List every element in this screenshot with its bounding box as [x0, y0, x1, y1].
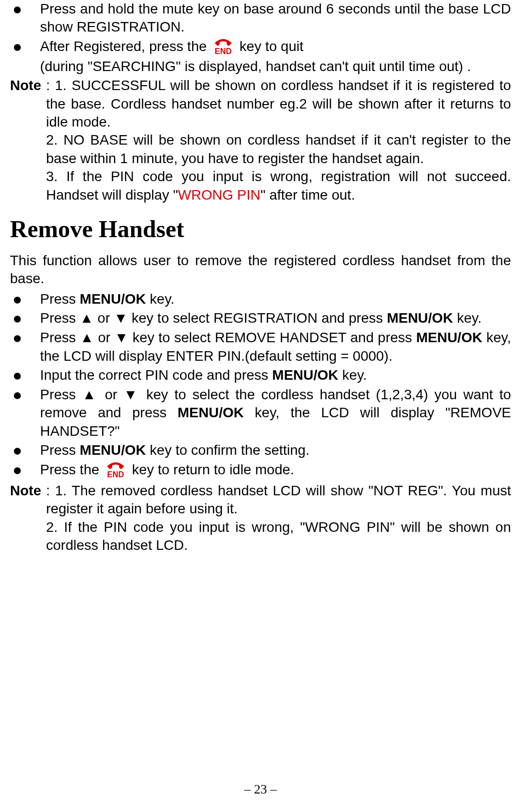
bullet-icon: ●	[10, 386, 40, 404]
note-text: : 1. The removed cordless handset LCD wi…	[46, 482, 511, 518]
top-bullet-item: ● After Registered, press the END key to…	[10, 38, 511, 76]
note-label: Note	[10, 77, 46, 131]
instruction-list-remove: ● Press MENU/OK key.● Press ▲ or ▼ key t…	[10, 290, 511, 481]
page-number: – 23 –	[0, 782, 521, 797]
bullet-icon: ●	[10, 290, 40, 309]
note2-row: 2. If the PIN code you input is wrong, "…	[10, 518, 511, 555]
body-text: Press	[40, 291, 80, 307]
body-text: Press and hold the mute key on base arou…	[40, 1, 511, 35]
svg-text:END: END	[215, 47, 232, 56]
body-text: key.	[338, 367, 367, 383]
remove-bullet-item: ● Press ▲ or ▼ key to select REMOVE HAND…	[10, 329, 511, 365]
key-label: MENU/OK	[387, 310, 453, 326]
bullet-icon: ●	[10, 0, 40, 19]
top-bullet-item: ● Press and hold the mute key on base ar…	[10, 0, 511, 37]
end-key-icon: END	[211, 36, 236, 56]
bullet-icon: ●	[10, 38, 40, 56]
body-text: Input the correct PIN code and press	[40, 367, 272, 383]
body-text: key to confirm the setting.	[146, 442, 310, 458]
body-text: key.	[146, 291, 175, 307]
remove-bullet-item: ● Input the correct PIN code and press M…	[10, 366, 511, 385]
body-text: Press ▲ or ▼ key to select REGISTRATION …	[40, 310, 387, 326]
bullet-text: Press ▲ or ▼ key to select the cordless …	[40, 386, 511, 440]
error-text: WRONG PIN	[178, 187, 261, 203]
remove-bullet-item: ● Press MENU/OK key to confirm the setti…	[10, 441, 511, 460]
body-text: Press ▲ or ▼ key to select REMOVE HANDSE…	[40, 330, 416, 345]
instruction-list-top: ● Press and hold the mute key on base ar…	[10, 0, 511, 76]
bullet-icon: ●	[10, 366, 40, 385]
note-block-2: Note : 1. The removed cordless handset L…	[10, 482, 511, 555]
body-text: (during "SEARCHING" is displayed, handse…	[40, 59, 471, 74]
remove-bullet-item: ● Press ▲ or ▼ key to select the cordles…	[10, 386, 511, 440]
key-label: MENU/OK	[416, 330, 482, 345]
note1-row: 3. If the PIN code you input is wrong, r…	[10, 168, 511, 204]
remove-bullet-item: ● Press MENU/OK key.	[10, 290, 511, 309]
body-text: 2. If the PIN code you input is wrong, "…	[46, 519, 511, 553]
body-text: Press	[40, 442, 80, 458]
bullet-text: Press MENU/OK key to confirm the setting…	[40, 441, 511, 459]
key-label: MENU/OK	[80, 291, 146, 307]
section-heading: Remove Handset	[10, 215, 511, 243]
bullet-text: Press ▲ or ▼ key to select REMOVE HANDSE…	[40, 329, 511, 365]
note-label: Note	[10, 482, 46, 518]
bullet-text: Press the END key to return to idle mode…	[40, 461, 511, 481]
key-label: MENU/OK	[80, 442, 146, 458]
body-text: 2. NO BASE will be shown on cordless han…	[46, 132, 511, 166]
key-label: MENU/OK	[272, 367, 338, 383]
body-text: : 1. SUCCESSFUL will be shown on cordles…	[46, 78, 511, 130]
body-text: " after time out.	[261, 187, 355, 203]
bullet-icon: ●	[10, 309, 40, 328]
bullet-icon: ●	[10, 461, 40, 479]
bullet-text: Press MENU/OK key.	[40, 290, 511, 308]
bullet-text: After Registered, press the END key to q…	[40, 38, 511, 76]
body-text: Press the	[40, 462, 103, 477]
body-text: : 1. The removed cordless handset LCD wi…	[46, 483, 511, 516]
remove-bullet-item: ● Press ▲ or ▼ key to select REGISTRATIO…	[10, 309, 511, 328]
bullet-icon: ●	[10, 329, 40, 347]
body-text: key.	[453, 310, 481, 326]
body-text: key to quit	[236, 39, 303, 54]
bullet-icon: ●	[10, 441, 40, 460]
section-intro: This function allows user to remove the …	[10, 252, 511, 288]
bullet-text: Press and hold the mute key on base arou…	[40, 0, 511, 37]
body-text: After Registered, press the	[40, 39, 211, 54]
note-block-1: Note : 1. SUCCESSFUL will be shown on co…	[10, 77, 511, 204]
note1-row: 2. NO BASE will be shown on cordless han…	[10, 131, 511, 168]
note2-row: Note : 1. The removed cordless handset L…	[10, 482, 511, 518]
key-label: MENU/OK	[178, 405, 244, 420]
note1-row: Note : 1. SUCCESSFUL will be shown on co…	[10, 77, 511, 131]
remove-bullet-item: ● Press the END key to return to idle mo…	[10, 461, 511, 481]
body-text: key to return to idle mode.	[128, 462, 294, 477]
bullet-text: Input the correct PIN code and press MEN…	[40, 366, 511, 384]
note-text: : 1. SUCCESSFUL will be shown on cordles…	[46, 77, 511, 131]
svg-text:END: END	[107, 470, 124, 479]
bullet-text: Press ▲ or ▼ key to select REGISTRATION …	[40, 309, 511, 327]
end-key-icon: END	[103, 459, 128, 479]
